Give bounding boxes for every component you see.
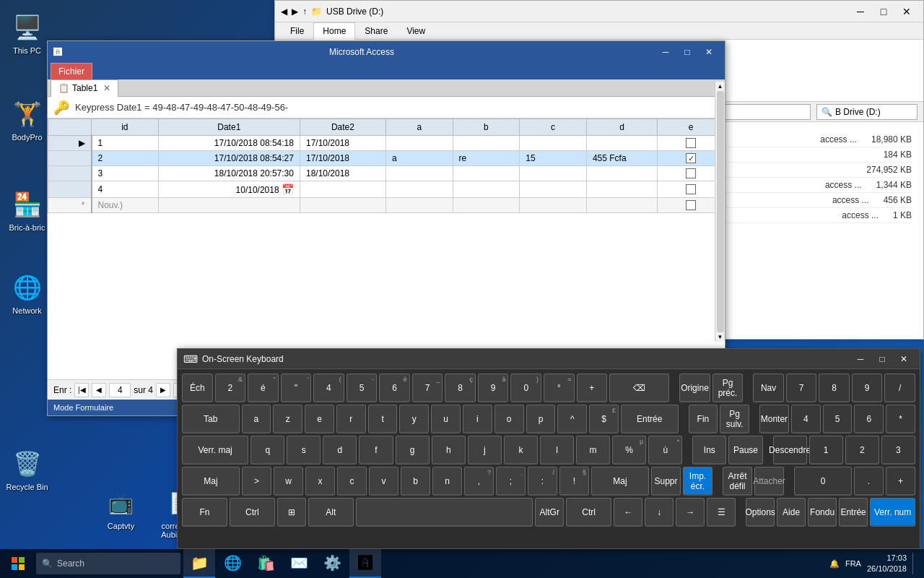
key-ctrl-right[interactable]: Ctrl bbox=[566, 498, 611, 527]
key-f[interactable]: f bbox=[359, 436, 393, 465]
th-date2[interactable]: Date2 bbox=[300, 119, 385, 136]
key-s[interactable]: s bbox=[287, 436, 321, 465]
key-3[interactable]: '" bbox=[281, 374, 312, 402]
taskbar-search[interactable]: 🔍 Search bbox=[36, 553, 180, 574]
key-w[interactable]: w bbox=[274, 467, 303, 496]
search-box[interactable]: 🔍 B Drive (D:) bbox=[816, 104, 918, 120]
key-suppr[interactable]: Suppr bbox=[651, 467, 681, 496]
key-7[interactable]: _7 bbox=[412, 374, 443, 402]
cell-2-b[interactable]: re bbox=[453, 151, 520, 166]
key-tab[interactable]: Tab bbox=[182, 405, 240, 434]
key-num0[interactable]: 0 bbox=[794, 467, 852, 496]
desktop-icon-network[interactable]: 🌐 Network bbox=[0, 267, 54, 318]
table-row[interactable]: 2 17/10/2018 08:54:27 17/10/2018 a re 15… bbox=[48, 151, 725, 166]
table1-tab-close[interactable]: ✕ bbox=[103, 83, 110, 93]
key-hat[interactable]: ^ bbox=[557, 405, 587, 434]
new-row-b[interactable] bbox=[453, 198, 520, 213]
key-plus[interactable]: + bbox=[577, 374, 608, 402]
key-num6[interactable]: 6 bbox=[854, 405, 884, 434]
scroll-down-btn[interactable]: ▼ bbox=[718, 334, 723, 340]
key-d[interactable]: d bbox=[323, 436, 357, 465]
cell-2-a[interactable]: a bbox=[385, 151, 453, 166]
key-g[interactable]: g bbox=[396, 436, 430, 465]
key-u[interactable]: u bbox=[431, 405, 461, 434]
key-x[interactable]: x bbox=[305, 467, 335, 496]
taskbar-app-explorer[interactable]: 📁 bbox=[183, 549, 215, 578]
checkbox-3-e[interactable] bbox=[686, 168, 696, 178]
osk-maximize-button[interactable]: □ bbox=[872, 351, 892, 367]
key-menu[interactable]: ☰ bbox=[707, 498, 736, 527]
key-fin[interactable]: Fin bbox=[689, 405, 718, 434]
cell-2-date2[interactable]: 17/10/2018 bbox=[300, 151, 385, 166]
key-attacher[interactable]: Attacher bbox=[754, 467, 784, 496]
nav-next-button[interactable]: ▶ bbox=[156, 383, 170, 397]
th-a[interactable]: a bbox=[385, 119, 453, 136]
taskbar-notifications[interactable]: 🔔 bbox=[829, 559, 840, 569]
taskbar-app-mail[interactable]: ✉️ bbox=[283, 549, 315, 578]
key-num7[interactable]: 7 bbox=[786, 374, 817, 402]
key-shift-left[interactable]: Maj bbox=[182, 467, 240, 496]
key-degree[interactable]: =° bbox=[544, 374, 575, 402]
checkbox-new-e[interactable] bbox=[686, 200, 696, 210]
th-b[interactable]: b bbox=[453, 119, 520, 136]
key-ctrl-left[interactable]: Ctrl bbox=[230, 498, 275, 527]
key-shift-right[interactable]: Maj bbox=[591, 467, 649, 496]
cell-2-id[interactable]: 2 bbox=[92, 151, 159, 166]
key-num5[interactable]: 5 bbox=[823, 405, 853, 434]
key-b[interactable]: b bbox=[401, 467, 430, 496]
cell-4-c[interactable] bbox=[520, 181, 587, 198]
taskbar-app-settings[interactable]: ⚙️ bbox=[316, 549, 348, 578]
explorer-minimize-button[interactable]: ─ bbox=[850, 4, 871, 19]
explorer-maximize-button[interactable]: □ bbox=[873, 4, 894, 19]
key-arrow-down[interactable]: ↓ bbox=[645, 498, 674, 527]
taskbar-app-edge[interactable]: 🌐 bbox=[217, 549, 248, 578]
table1-tab[interactable]: 📋 Table1 ✕ bbox=[51, 79, 118, 97]
table-row[interactable]: ▶ 1 17/10/2018 08:54:18 17/10/2018 bbox=[48, 136, 725, 151]
key-options[interactable]: Options bbox=[746, 498, 775, 527]
key-2[interactable]: "é bbox=[248, 374, 279, 402]
key-num-multiply[interactable]: * bbox=[886, 405, 915, 434]
access-maximize-button[interactable]: □ bbox=[677, 44, 697, 60]
key-verr-num[interactable]: Verr. num bbox=[870, 498, 915, 527]
key-colon[interactable]: /: bbox=[528, 467, 557, 496]
forward-icon[interactable]: ▶ bbox=[292, 7, 298, 17]
key-gt[interactable]: > bbox=[242, 467, 271, 496]
key-l[interactable]: l bbox=[540, 436, 574, 465]
key-alt[interactable]: Alt bbox=[308, 498, 354, 527]
key-m[interactable]: m bbox=[576, 436, 610, 465]
key-k[interactable]: k bbox=[504, 436, 538, 465]
key-star[interactable]: *ù bbox=[648, 436, 682, 465]
key-descendre[interactable]: Descendre bbox=[773, 436, 807, 465]
key-9[interactable]: à9 bbox=[478, 374, 509, 402]
cell-4-a[interactable] bbox=[385, 181, 453, 198]
key-backspace[interactable]: ⌫ bbox=[609, 374, 669, 402]
osk-minimize-button[interactable]: ─ bbox=[850, 351, 871, 367]
key-entree[interactable]: Entrée bbox=[621, 405, 679, 434]
table-row[interactable]: 4 10/10/2018 📅 bbox=[48, 181, 725, 198]
cell-1-c[interactable] bbox=[520, 136, 587, 151]
key-r[interactable]: r bbox=[336, 405, 366, 434]
tab-share[interactable]: Share bbox=[355, 22, 397, 39]
key-6[interactable]: è6 bbox=[379, 374, 410, 402]
key-fn[interactable]: Fn bbox=[182, 498, 227, 527]
key-num-plus[interactable]: + bbox=[886, 467, 915, 496]
nav-current-input[interactable] bbox=[109, 383, 131, 397]
cell-1-b[interactable] bbox=[453, 136, 520, 151]
key-nav[interactable]: Nav bbox=[753, 374, 784, 402]
tab-file[interactable]: File bbox=[281, 22, 313, 39]
new-row-a[interactable] bbox=[385, 198, 453, 213]
new-row-date1[interactable] bbox=[158, 198, 300, 213]
osk-close-button[interactable]: ✕ bbox=[894, 351, 914, 367]
access-tab-fichier[interactable]: Fichier bbox=[51, 63, 92, 79]
key-j[interactable]: j bbox=[468, 436, 502, 465]
key-ins[interactable]: Ins bbox=[692, 436, 726, 465]
new-row-d[interactable] bbox=[586, 198, 657, 213]
checkbox-2-e[interactable] bbox=[686, 153, 696, 163]
key-aide[interactable]: Aide bbox=[777, 498, 806, 527]
checkbox-1-e[interactable] bbox=[686, 138, 696, 148]
key-e[interactable]: e bbox=[305, 405, 334, 434]
key-space[interactable] bbox=[356, 498, 533, 527]
cell-2-date1[interactable]: 17/10/2018 08:54:27 bbox=[158, 151, 300, 166]
cell-3-b[interactable] bbox=[453, 166, 520, 181]
key-excl[interactable]: §! bbox=[559, 467, 589, 496]
